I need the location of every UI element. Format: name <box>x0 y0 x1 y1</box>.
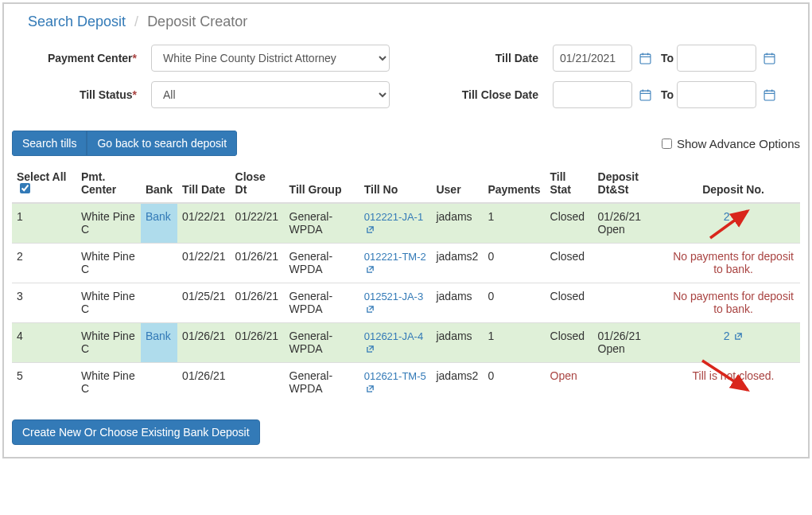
col-payments[interactable]: Payments <box>483 164 545 203</box>
svg-rect-0 <box>640 54 651 64</box>
col-pmt-center[interactable]: Pmt. Center <box>76 164 141 203</box>
cell-payments: 1 <box>483 323 545 363</box>
cell-till-stat: Open <box>546 363 593 403</box>
cell-till-no[interactable]: 012621-JA-4 <box>359 323 432 363</box>
cell-close-dt <box>231 363 285 403</box>
cell-pmt-center: White Pine C <box>76 363 141 403</box>
cell-id: 3 <box>12 283 76 323</box>
cell-deposit-no: No payments for deposit to bank. <box>666 244 800 283</box>
cell-deposit-dtst: 01/26/21 Open <box>593 203 667 244</box>
payment-center-select[interactable]: White Pine County District Attorney <box>151 45 390 72</box>
search-tills-button[interactable]: Search tills <box>12 131 87 156</box>
svg-rect-4 <box>764 54 775 64</box>
cell-deposit-dtst <box>593 283 667 323</box>
cell-deposit-no: Till is not closed. <box>666 363 800 403</box>
table-row[interactable]: 4White Pine CBank01/26/2101/26/21General… <box>12 323 800 363</box>
footer-actions: Create New Or Choose Existing Bank Depos… <box>12 419 800 445</box>
table-row[interactable]: 1White Pine CBank01/22/2101/22/21General… <box>12 203 800 244</box>
go-back-button[interactable]: Go back to search deposit <box>87 131 237 156</box>
cell-till-date: 01/22/21 <box>177 244 231 283</box>
cell-bank <box>141 363 177 403</box>
till-status-label: Till Status* <box>28 88 151 101</box>
cell-bank <box>141 283 177 323</box>
cell-bank[interactable]: Bank <box>141 323 177 363</box>
breadcrumb-link[interactable]: Search Deposit <box>28 14 126 29</box>
cell-till-stat: Closed <box>546 283 593 323</box>
external-link-icon <box>366 224 375 236</box>
till-date-from-input[interactable] <box>553 45 632 72</box>
action-bar: Search tills Go back to search deposit S… <box>12 131 800 156</box>
cell-till-no[interactable]: 012221-JA-1 <box>359 203 432 244</box>
calendar-icon[interactable] <box>763 88 775 101</box>
cell-id: 2 <box>12 244 76 283</box>
deposit-no-link[interactable]: 2 <box>724 330 744 342</box>
cell-bank[interactable]: Bank <box>141 203 177 244</box>
cell-till-no[interactable]: 012621-TM-5 <box>359 363 432 403</box>
payment-center-label: Payment Center* <box>28 52 151 64</box>
calendar-icon[interactable] <box>639 52 651 64</box>
col-deposit-dtst[interactable]: Deposit Dt&St <box>593 164 667 203</box>
cell-pmt-center: White Pine C <box>76 203 141 244</box>
cell-bank <box>141 244 177 283</box>
till-date-to-input[interactable] <box>677 45 756 72</box>
cell-till-stat: Closed <box>546 323 593 363</box>
cell-id: 1 <box>12 203 76 244</box>
cell-till-date: 01/25/21 <box>177 283 231 323</box>
calendar-icon[interactable] <box>639 88 651 101</box>
cell-till-group: General-WPDA <box>285 283 359 323</box>
button-group: Search tills Go back to search deposit <box>12 131 237 156</box>
cell-till-group: General-WPDA <box>285 323 359 363</box>
deposit-no-message: No payments for deposit to bank. <box>671 290 795 315</box>
cell-deposit-dtst <box>593 244 667 283</box>
cell-payments: 0 <box>483 244 545 283</box>
col-select-all[interactable]: Select All <box>12 164 76 203</box>
create-deposit-button[interactable]: Create New Or Choose Existing Bank Depos… <box>12 419 260 445</box>
cell-user: jadams <box>431 283 483 323</box>
deposit-no-link[interactable]: 2 <box>724 210 744 223</box>
cell-till-no[interactable]: 012221-TM-2 <box>359 244 432 283</box>
table-row[interactable]: 5White Pine C01/26/21General-WPDA012621-… <box>12 363 800 403</box>
col-deposit-no[interactable]: Deposit No. <box>666 164 800 203</box>
table-row[interactable]: 2White Pine C01/22/2101/26/21General-WPD… <box>12 244 800 283</box>
col-till-date[interactable]: Till Date <box>177 164 231 203</box>
cell-deposit-dtst <box>593 363 667 403</box>
cell-pmt-center: White Pine C <box>76 244 141 283</box>
svg-rect-8 <box>640 91 651 100</box>
cell-till-date: 01/26/21 <box>177 363 231 403</box>
cell-close-dt: 01/26/21 <box>231 323 285 363</box>
col-bank[interactable]: Bank <box>141 164 177 203</box>
col-close-dt[interactable]: Close Dt <box>231 164 285 203</box>
till-status-select[interactable]: All <box>151 81 390 108</box>
cell-till-group: General-WPDA <box>285 363 359 403</box>
show-advance-options[interactable]: Show Advance Options <box>662 137 800 150</box>
till-close-date-to-input[interactable] <box>677 81 756 108</box>
calendar-icon[interactable] <box>763 52 775 64</box>
col-user[interactable]: User <box>431 164 483 203</box>
app-frame: Search Deposit / Deposit Creator Payment… <box>2 2 810 458</box>
cell-till-date: 01/26/21 <box>177 323 231 363</box>
cell-payments: 0 <box>483 283 545 323</box>
cell-close-dt: 01/26/21 <box>231 244 285 283</box>
to-label: To <box>661 88 674 101</box>
external-link-icon <box>366 383 375 396</box>
select-all-checkbox[interactable] <box>20 183 30 193</box>
external-link-icon <box>366 263 375 276</box>
external-link-icon <box>366 303 375 316</box>
col-till-no[interactable]: Till No <box>359 164 432 203</box>
table-row[interactable]: 3White Pine C01/25/2101/26/21General-WPD… <box>12 283 800 323</box>
col-till-group[interactable]: Till Group <box>285 164 359 203</box>
cell-till-stat: Closed <box>546 244 593 283</box>
col-till-stat[interactable]: Till Stat <box>546 164 593 203</box>
results-table: Select All Pmt. Center Bank Till Date Cl… <box>12 164 800 402</box>
table-header-row: Select All Pmt. Center Bank Till Date Cl… <box>12 164 800 203</box>
advance-options-checkbox[interactable] <box>662 139 672 149</box>
cell-deposit-no: 2 <box>666 323 800 363</box>
cell-id: 5 <box>12 363 76 403</box>
external-link-icon <box>366 343 375 356</box>
cell-user: jadams2 <box>431 244 483 283</box>
deposit-no-message: No payments for deposit to bank. <box>671 250 795 275</box>
till-close-date-from-input[interactable] <box>553 81 632 108</box>
filter-row-2: Till Status* All Till Close Date To <box>28 81 784 108</box>
deposit-no-message: Till is not closed. <box>671 369 795 382</box>
cell-till-no[interactable]: 012521-JA-3 <box>359 283 432 323</box>
